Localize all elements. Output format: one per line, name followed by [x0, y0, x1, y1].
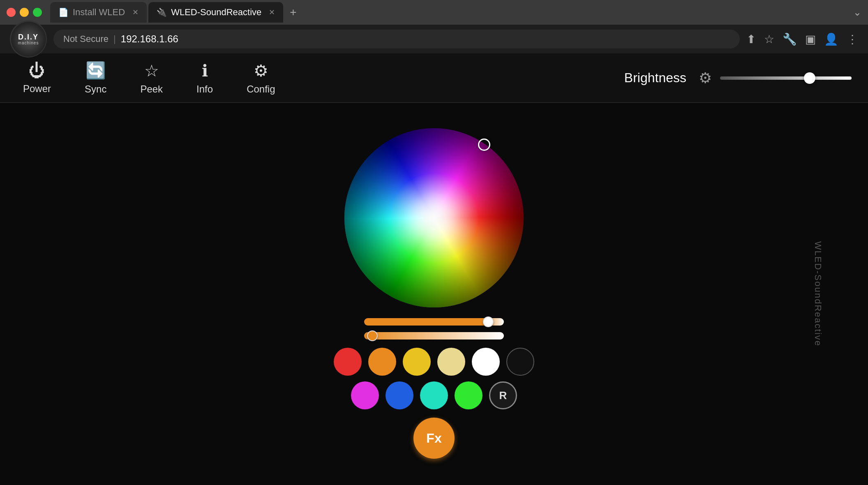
tab-wled-soundreactive[interactable]: 🔌 WLED-SoundReactive ✕	[148, 2, 283, 23]
hue-thumb[interactable]	[483, 316, 494, 327]
config-label: Config	[247, 83, 275, 95]
swatch-orange[interactable]	[368, 348, 396, 376]
close-window-button[interactable]	[7, 8, 16, 17]
palette-row-1	[334, 348, 534, 376]
brightness-thumb[interactable]	[804, 72, 815, 84]
maximize-window-button[interactable]	[33, 8, 42, 17]
tab2-icon: 🔌	[157, 7, 167, 17]
fx-label: Fx	[426, 431, 441, 446]
address-url-bar[interactable]: Not Secure | 192.168.1.66	[53, 30, 740, 48]
brightness-label: Brightness	[624, 70, 686, 85]
bookmark-button[interactable]: ☆	[764, 32, 774, 46]
tab1-icon: 📄	[58, 7, 69, 17]
diy-logo: D.I.Y machines	[10, 21, 47, 58]
swatch-blue[interactable]	[386, 381, 413, 409]
info-label: Info	[196, 83, 213, 95]
swatch-white[interactable]	[472, 348, 500, 376]
saturation-thumb[interactable]	[367, 330, 378, 341]
machines-text: machines	[18, 41, 39, 45]
tab1-label: Install WLED	[73, 7, 125, 18]
brightness-slider[interactable]	[720, 76, 852, 81]
swatch-magenta[interactable]	[351, 381, 379, 409]
address-bar: D.I.Y machines Not Secure | 192.168.1.66…	[0, 25, 868, 53]
side-text: WLED-SoundReactive	[813, 241, 823, 346]
info-icon: ℹ	[202, 61, 208, 80]
window-controls	[7, 8, 42, 17]
url-separator: |	[113, 34, 116, 44]
saturation-slider[interactable]	[364, 332, 504, 340]
tab1-close[interactable]: ✕	[132, 8, 139, 17]
power-label: Power	[23, 83, 51, 95]
extensions-button[interactable]: 🔧	[783, 32, 797, 46]
peek-icon: ☆	[144, 61, 159, 80]
brightness-section: Brightness ⚙	[624, 69, 852, 87]
sync-button[interactable]: 🔄 Sync	[78, 57, 113, 99]
swatch-green[interactable]	[455, 381, 482, 409]
browser-chrome: 📄 Install WLED ✕ 🔌 WLED-SoundReactive ✕ …	[0, 0, 868, 53]
tab2-close[interactable]: ✕	[269, 8, 275, 17]
tab2-label: WLED-SoundReactive	[171, 7, 261, 18]
swatch-red[interactable]	[334, 348, 362, 376]
color-wheel-selector[interactable]	[478, 139, 490, 151]
main-content: R Fx WLED-SoundReactive	[0, 103, 868, 485]
palette-row-2: R	[351, 381, 517, 409]
color-wheel-container[interactable]	[344, 127, 524, 308]
menu-button[interactable]: ⋮	[847, 32, 858, 46]
new-tab-button[interactable]: +	[285, 4, 301, 21]
tab-install-wled[interactable]: 📄 Install WLED ✕	[50, 2, 147, 23]
swatch-cyan[interactable]	[420, 381, 448, 409]
sidebar-button[interactable]: ▣	[805, 32, 816, 46]
app-toolbar: ⏻ Power 🔄 Sync ☆ Peek ℹ Info ⚙ Config Br…	[0, 53, 868, 103]
brightness-settings-button[interactable]: ⚙	[699, 69, 712, 87]
tab-menu-button[interactable]: ⌄	[853, 7, 861, 18]
brightness-track	[720, 76, 852, 80]
info-button[interactable]: ℹ Info	[190, 57, 219, 99]
config-button[interactable]: ⚙ Config	[240, 57, 282, 99]
peek-label: Peek	[140, 83, 163, 95]
diy-text: D.I.Y	[18, 33, 39, 41]
reset-label: R	[499, 389, 507, 402]
peek-button[interactable]: ☆ Peek	[134, 57, 169, 99]
minimize-window-button[interactable]	[20, 8, 29, 17]
sync-label: Sync	[85, 83, 106, 95]
power-button[interactable]: ⏻ Power	[16, 57, 58, 99]
share-button[interactable]: ⬆	[746, 32, 756, 46]
fx-button[interactable]: Fx	[413, 418, 455, 459]
power-icon: ⏻	[29, 61, 45, 80]
toolbar-left: ⏻ Power 🔄 Sync ☆ Peek ℹ Info ⚙ Config	[16, 57, 282, 99]
sync-icon: 🔄	[85, 61, 106, 80]
security-indicator: Not Secure	[63, 34, 108, 44]
reset-button[interactable]: R	[489, 381, 517, 409]
sliders-container	[364, 318, 504, 340]
swatch-pale-yellow[interactable]	[437, 348, 465, 376]
profile-button[interactable]: 👤	[824, 32, 838, 46]
swatch-yellow[interactable]	[403, 348, 431, 376]
browser-actions: ⬆ ☆ 🔧 ▣ 👤 ⋮	[746, 32, 858, 46]
config-icon: ⚙	[254, 61, 268, 80]
color-wheel[interactable]	[344, 127, 524, 308]
swatch-black[interactable]	[506, 348, 534, 376]
tab-bar: 📄 Install WLED ✕ 🔌 WLED-SoundReactive ✕ …	[0, 0, 868, 25]
color-palette: R	[334, 348, 534, 409]
url-text: 192.168.1.66	[121, 33, 178, 45]
hue-slider[interactable]	[364, 318, 504, 326]
